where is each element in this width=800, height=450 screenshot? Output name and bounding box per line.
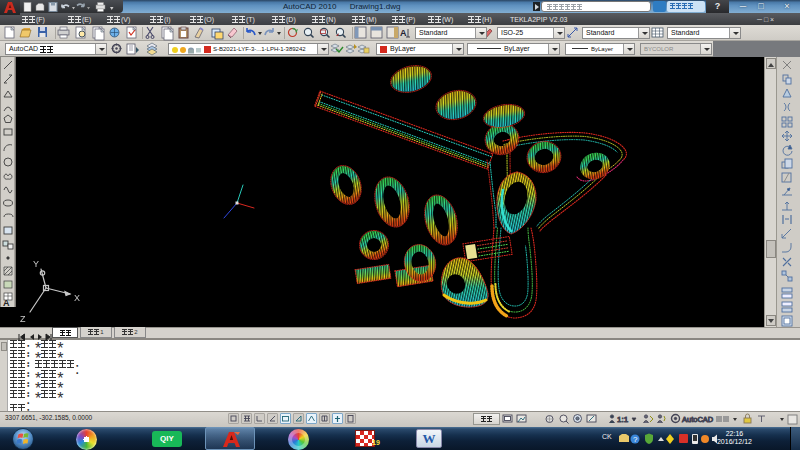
svg-text:A: A <box>400 28 407 38</box>
svg-text:AutoCAD: AutoCAD <box>682 415 714 424</box>
svg-text:Z: Z <box>20 314 26 324</box>
svg-text:1:1: 1:1 <box>617 415 629 424</box>
svg-text:?: ? <box>633 435 638 444</box>
svg-text:Y: Y <box>33 259 39 269</box>
svg-text:A: A <box>3 298 10 307</box>
svg-text:X: X <box>74 293 80 303</box>
